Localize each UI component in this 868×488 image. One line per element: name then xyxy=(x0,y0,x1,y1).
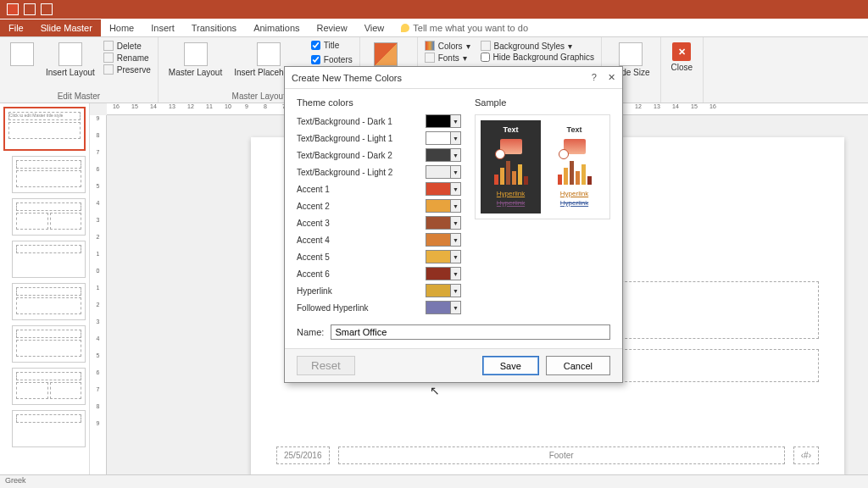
color-swatch-button[interactable]: ▼ xyxy=(426,233,461,247)
tab-transitions[interactable]: Transitions xyxy=(183,19,245,36)
layout-thumbnail[interactable] xyxy=(12,410,86,447)
rename-button[interactable]: Rename xyxy=(103,53,151,63)
dialog-titlebar[interactable]: Create New Theme Colors ? ✕ xyxy=(285,67,622,89)
status-bar: Greek xyxy=(0,474,868,488)
color-row-11: Followed Hyperlink▼ xyxy=(297,301,461,314)
status-lang[interactable]: Greek xyxy=(5,476,26,487)
tab-file[interactable]: File xyxy=(0,19,32,36)
color-swatch-button[interactable]: ▼ xyxy=(426,131,461,145)
color-label: Accent 5 xyxy=(297,252,426,262)
help-button[interactable]: ? xyxy=(592,72,597,82)
tab-view[interactable]: View xyxy=(356,19,393,36)
layout-thumbnail[interactable] xyxy=(12,241,86,278)
color-label: Hyperlink xyxy=(297,286,426,296)
color-swatch-button[interactable]: ▼ xyxy=(426,216,461,230)
date-placeholder[interactable]: 25/5/2016 xyxy=(276,446,330,464)
insert-layout-button[interactable]: Insert Layout xyxy=(42,41,98,79)
delete-button[interactable]: Delete xyxy=(103,41,151,51)
mouse-cursor: ↖ xyxy=(430,384,440,397)
color-swatch-button[interactable]: ▼ xyxy=(426,250,461,263)
color-label: Text/Background - Dark 2 xyxy=(297,151,426,160)
sample-heading: Sample xyxy=(475,97,610,108)
color-label: Accent 1 xyxy=(297,185,426,194)
sample-preview: Text Hyperlink Hyperlink Text Hyperlink … xyxy=(475,114,610,219)
color-label: Followed Hyperlink xyxy=(297,303,426,313)
number-placeholder[interactable]: ‹#› xyxy=(793,446,819,464)
master-thumbnail[interactable]: Click to edit Master title style xyxy=(3,107,86,151)
color-label: Accent 4 xyxy=(297,236,426,245)
color-swatch-button[interactable]: ▼ xyxy=(426,199,461,213)
color-swatch-button[interactable]: ▼ xyxy=(426,165,461,179)
tab-slide-master[interactable]: Slide Master xyxy=(32,19,101,36)
bulb-icon xyxy=(401,24,409,32)
color-label: Text/Background - Light 1 xyxy=(297,134,426,143)
dialog-close-button[interactable]: ✕ xyxy=(608,72,615,82)
save-button[interactable]: Save xyxy=(482,356,539,375)
title-bar xyxy=(0,0,868,19)
color-row-4: Accent 1▼ xyxy=(297,182,461,196)
color-swatch-button[interactable]: ▼ xyxy=(426,182,461,196)
layout-thumbnail[interactable] xyxy=(12,325,86,363)
fonts-button[interactable]: Fonts ▾ xyxy=(425,53,470,63)
color-label: Accent 6 xyxy=(297,269,426,279)
colors-icon xyxy=(425,41,435,51)
dialog-title: Create New Theme Colors xyxy=(292,73,402,83)
color-row-7: Accent 4▼ xyxy=(297,233,461,247)
app-icon xyxy=(7,3,19,15)
group-label-edit-master: Edit Master xyxy=(7,92,151,101)
title-checkbox[interactable]: Title xyxy=(311,41,353,50)
layout-thumbnail[interactable] xyxy=(12,368,86,405)
themes-icon xyxy=(374,42,398,66)
tab-home[interactable]: Home xyxy=(101,19,142,36)
delete-icon xyxy=(103,41,114,51)
color-label: Accent 2 xyxy=(297,202,426,211)
color-row-6: Accent 3▼ xyxy=(297,216,461,230)
create-theme-colors-dialog: Create New Theme Colors ? ✕ Theme colors… xyxy=(284,66,623,383)
theme-name-input[interactable] xyxy=(331,324,610,340)
color-swatch-button[interactable]: ▼ xyxy=(426,148,461,162)
footer-placeholder[interactable]: Footer xyxy=(338,446,785,464)
theme-colors-heading: Theme colors xyxy=(297,97,461,108)
color-row-3: Text/Background - Light 2▼ xyxy=(297,165,461,179)
color-row-2: Text/Background - Dark 2▼ xyxy=(297,148,461,162)
layout-thumbnail[interactable] xyxy=(12,156,86,193)
rename-icon xyxy=(103,53,114,63)
layout-thumbnail[interactable] xyxy=(12,198,86,236)
close-icon: ✕ xyxy=(672,42,691,61)
ribbon-tabs: File Slide Master Home Insert Transition… xyxy=(0,19,868,37)
color-row-1: Text/Background - Light 1▼ xyxy=(297,131,461,145)
close-master-button[interactable]: ✕Close xyxy=(668,41,697,74)
color-row-9: Accent 6▼ xyxy=(297,267,461,280)
hide-bg-checkbox[interactable]: Hide Background Graphics xyxy=(481,53,595,62)
tell-me[interactable]: Tell me what you want to do xyxy=(392,19,537,36)
slide-size-icon xyxy=(619,42,643,66)
color-row-8: Accent 5▼ xyxy=(297,250,461,263)
color-row-0: Text/Background - Dark 1▼ xyxy=(297,114,461,128)
cancel-button[interactable]: Cancel xyxy=(546,356,610,375)
thumbnail-panel[interactable]: Click to edit Master title style xyxy=(0,103,90,474)
background-styles-button[interactable]: Background Styles ▾ xyxy=(481,41,595,51)
undo-icon[interactable] xyxy=(41,3,53,15)
color-row-10: Hyperlink▼ xyxy=(297,284,461,297)
color-label: Accent 3 xyxy=(297,219,426,228)
color-swatch-button[interactable]: ▼ xyxy=(426,284,461,297)
colors-button[interactable]: Colors ▾ xyxy=(425,41,470,51)
color-swatch-button[interactable]: ▼ xyxy=(426,301,461,314)
fonts-icon xyxy=(425,53,435,63)
color-row-5: Accent 2▼ xyxy=(297,199,461,213)
layout-thumbnail[interactable] xyxy=(12,283,86,320)
footers-checkbox[interactable]: Footers xyxy=(311,55,353,64)
name-label: Name: xyxy=(297,327,324,337)
color-label: Text/Background - Light 2 xyxy=(297,168,426,177)
tab-review[interactable]: Review xyxy=(309,19,356,36)
color-swatch-button[interactable]: ▼ xyxy=(426,114,461,128)
vertical-ruler: 9876543210123456789 xyxy=(90,115,107,474)
master-layout-button[interactable]: Master Layout xyxy=(165,41,225,79)
color-swatch-button[interactable]: ▼ xyxy=(426,267,461,280)
tab-animations[interactable]: Animations xyxy=(245,19,308,36)
reset-button[interactable]: Reset xyxy=(297,356,355,375)
preserve-button[interactable]: Preserve xyxy=(103,64,151,75)
tab-insert[interactable]: Insert xyxy=(142,19,183,36)
insert-slide-master-button[interactable] xyxy=(7,41,37,68)
save-icon[interactable] xyxy=(24,3,36,15)
